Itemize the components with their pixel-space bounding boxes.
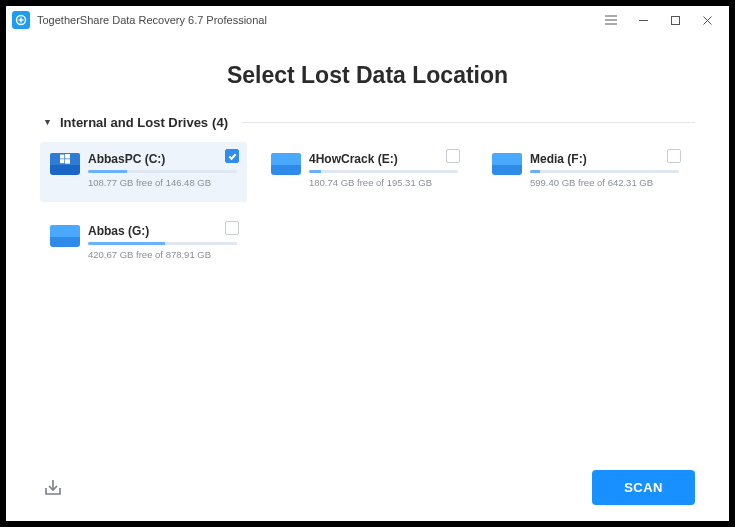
footer: SCAN [6,461,729,521]
drive-card[interactable]: Media (F:)599.40 GB free of 642.31 GB [482,142,689,202]
drive-free-text: 108.77 GB free of 146.48 GB [88,177,237,188]
drive-name: 4HowCrack (E:) [309,152,458,166]
drive-checkbox[interactable] [446,149,460,163]
drive-name: AbbasPC (C:) [88,152,237,166]
svg-rect-14 [65,159,70,164]
drive-icon [50,225,80,249]
drive-card[interactable]: AbbasPC (C:)108.77 GB free of 146.48 GB [40,142,247,202]
minimize-button[interactable] [627,6,659,34]
svg-rect-7 [671,16,679,24]
svg-rect-13 [60,159,64,163]
drive-usage-bar [530,170,679,173]
svg-rect-12 [65,154,70,159]
section-count: (4) [212,115,228,130]
drive-checkbox[interactable] [667,149,681,163]
section-divider [242,122,695,123]
os-drive-icon [50,153,80,177]
drive-checkbox[interactable] [225,149,239,163]
drive-grid: AbbasPC (C:)108.77 GB free of 146.48 GB4… [40,142,695,274]
drive-checkbox[interactable] [225,221,239,235]
drive-free-text: 599.40 GB free of 642.31 GB [530,177,679,188]
drive-name: Media (F:) [530,152,679,166]
import-session-button[interactable] [40,474,66,500]
svg-marker-10 [44,120,49,125]
content-area: Select Lost Data Location Internal and L… [6,34,729,461]
titlebar: TogetherShare Data Recovery 6.7 Professi… [6,6,729,34]
close-button[interactable] [691,6,723,34]
drive-usage-bar [88,242,237,245]
collapse-arrow-icon [40,119,54,126]
drive-card[interactable]: Abbas (G:)420.67 GB free of 878.91 GB [40,214,247,274]
page-title: Select Lost Data Location [40,62,695,89]
drive-usage-bar [88,170,237,173]
scan-button[interactable]: SCAN [592,470,695,505]
drive-icon [271,153,301,177]
app-window: TogetherShare Data Recovery 6.7 Professi… [6,6,729,521]
app-title: TogetherShare Data Recovery 6.7 Professi… [37,14,267,26]
svg-rect-11 [60,155,64,159]
drive-usage-bar [309,170,458,173]
section-header[interactable]: Internal and Lost Drives (4) [40,115,695,130]
section-label: Internal and Lost Drives [60,115,208,130]
drive-icon [492,153,522,177]
drive-name: Abbas (G:) [88,224,237,238]
menu-button[interactable] [595,6,627,34]
drive-free-text: 420.67 GB free of 878.91 GB [88,249,237,260]
drive-card[interactable]: 4HowCrack (E:)180.74 GB free of 195.31 G… [261,142,468,202]
drive-free-text: 180.74 GB free of 195.31 GB [309,177,458,188]
maximize-button[interactable] [659,6,691,34]
app-logo-icon [12,11,30,29]
